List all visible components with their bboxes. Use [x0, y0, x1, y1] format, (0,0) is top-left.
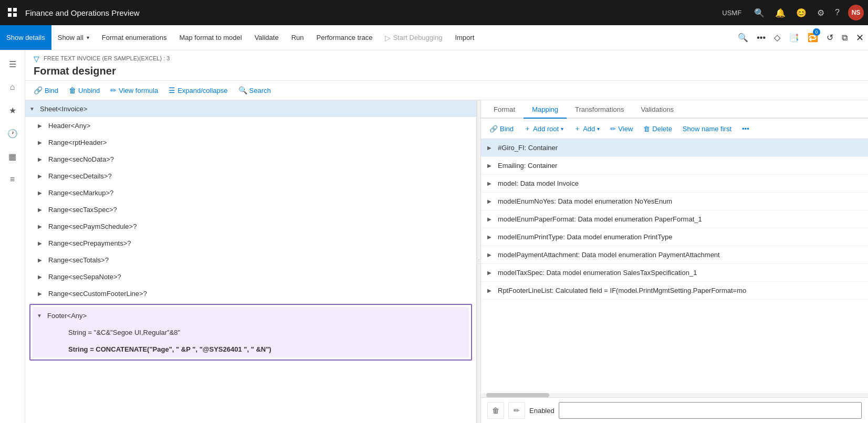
mapping-bind-label: Bind: [500, 125, 514, 133]
enabled-input[interactable]: [559, 402, 862, 419]
search-button[interactable]: 🔍 Search: [234, 84, 275, 97]
diamond-icon[interactable]: ◇: [770, 25, 785, 50]
tree-item-rptHeader[interactable]: ▶ Range<rptHeader>: [25, 134, 476, 151]
mapping-item-modelTaxSpec[interactable]: ▶ modelTaxSpec: Data model enumeration S…: [481, 264, 868, 282]
run-button[interactable]: Run: [285, 25, 310, 50]
help-icon[interactable]: ?: [833, 6, 842, 19]
view-button[interactable]: ✏ View: [606, 123, 637, 135]
view-formula-button[interactable]: ✏ View formula: [106, 84, 162, 97]
nav-icons: USMF 🔍 🔔 😊 ⚙ ? NS: [722, 5, 864, 20]
modelPaymentAttachment-label: modelPaymentAttachment: Data model enume…: [496, 251, 720, 259]
delete-button[interactable]: 🗑 Delete: [639, 123, 676, 135]
start-debugging-label: Start Debugging: [393, 34, 442, 41]
bottom-delete-button[interactable]: 🗑: [487, 402, 504, 419]
notification-icon[interactable]: 0 🔁: [803, 25, 822, 50]
sidebar-star-icon[interactable]: ★: [3, 101, 22, 120]
mapping-item-model[interactable]: ▶ model: Data model Invoice: [481, 175, 868, 193]
mapping-item-modelEnumPaperFormat[interactable]: ▶ modelEnumPaperFormat: Data model enume…: [481, 210, 868, 228]
mapping-bind-button[interactable]: 🔗 Bind: [485, 123, 518, 135]
expand-icon: ☰: [169, 86, 175, 94]
start-debugging-button[interactable]: ▷ Start Debugging: [379, 25, 448, 50]
format-enumerations-button[interactable]: Format enumerations: [96, 25, 173, 50]
tree-item-secTotals[interactable]: ▶ Range<secTotals>?: [25, 251, 476, 268]
tab-format[interactable]: Format: [485, 100, 524, 119]
bell-icon[interactable]: 🔔: [773, 6, 788, 20]
sidebar-list-icon[interactable]: ≡: [3, 170, 22, 189]
import-button[interactable]: Import: [448, 25, 480, 50]
tree-item-secTaxSpec[interactable]: ▶ Range<secTaxSpec>?: [25, 201, 476, 218]
bottom-edit-button[interactable]: ✏: [508, 402, 525, 419]
mapping-item-emailing[interactable]: ▶ Emailing: Container: [481, 157, 868, 175]
mapping-item-modelPaymentAttachment[interactable]: ▶ modelPaymentAttachment: Data model enu…: [481, 246, 868, 264]
secPrepayments-expand-icon: ▶: [38, 240, 46, 246]
mapping-more-icon[interactable]: •••: [738, 123, 754, 135]
filter-icon[interactable]: ▽: [34, 55, 39, 63]
tree-item-secNoData[interactable]: ▶ Range<secNoData>?: [25, 151, 476, 167]
tab-mapping[interactable]: Mapping: [524, 100, 567, 119]
add-button[interactable]: ＋ Add ▾: [570, 122, 604, 135]
tree-item-footer[interactable]: ▼ Footer<Any>: [33, 307, 469, 324]
formula-icon: ✏: [110, 86, 117, 94]
mapping-item-rptFooterLineList[interactable]: ▶ RptFooterLineList: Calculated field = …: [481, 282, 868, 300]
tree-item-string2[interactable]: String = CONCATENATE("Page", " &P ", "@S…: [33, 341, 469, 357]
performance-trace-button[interactable]: Performance trace: [310, 25, 379, 50]
tree-item-secCustomFooterLine[interactable]: ▶ Range<secCustomFooterLine>?: [25, 285, 476, 302]
footer-label: Footer<Any>: [45, 312, 87, 320]
tree-item-secSepaNote[interactable]: ▶ Range<secSepaNote>?: [25, 268, 476, 285]
add-root-label: Add root: [533, 125, 559, 133]
mapping-item-modelEnumPrintType[interactable]: ▶ modelEnumPrintType: Data model enumera…: [481, 228, 868, 246]
tree-item-secPaymSchedule[interactable]: ▶ Range<secPaymSchedule>?: [25, 218, 476, 235]
more-options-icon[interactable]: •••: [752, 25, 770, 50]
sidebar-clock-icon[interactable]: 🕐: [3, 124, 22, 143]
left-sidebar: ☰ ⌂ ★ 🕐 ▦ ≡: [0, 50, 25, 423]
modelEnumPrintType-expand-icon: ▶: [487, 234, 496, 240]
gear-icon[interactable]: ⚙: [815, 6, 827, 20]
rptFooterLineList-label: RptFooterLineList: Calculated field = IF…: [496, 287, 746, 294]
refresh-icon[interactable]: ↺: [822, 25, 838, 50]
validate-button[interactable]: Validate: [248, 25, 285, 50]
smiley-icon[interactable]: 😊: [794, 6, 809, 20]
app-grid-icon[interactable]: [4, 8, 21, 17]
map-format-to-model-button[interactable]: Map format to model: [173, 25, 248, 50]
sidebar-home-icon[interactable]: ⌂: [3, 78, 22, 97]
giro-label: #Giro_FI: Container: [496, 144, 558, 152]
sidebar-menu-icon[interactable]: ☰: [3, 55, 22, 73]
popout-icon[interactable]: ⧉: [838, 25, 852, 50]
show-name-first-button[interactable]: Show name first: [678, 123, 736, 135]
pane-splitter[interactable]: ⋮: [477, 100, 481, 423]
tree-item-string1[interactable]: String = "&C&"Segoe UI,Regular"&8": [33, 324, 469, 341]
bottom-panel-row: 🗑 ✏ Enabled: [487, 402, 862, 419]
search-cmd-icon[interactable]: 🔍: [734, 25, 752, 50]
sidebar-calendar-icon[interactable]: ▦: [3, 147, 22, 166]
content-area: ▽ FREE TEXT INVOICE (ER SAMPLE)(EXCEL) :…: [25, 50, 868, 423]
close-icon[interactable]: ✕: [852, 25, 868, 50]
tree-item-sheet[interactable]: ▼ Sheet<Invoice>: [25, 100, 476, 117]
show-details-button[interactable]: Show details: [0, 25, 51, 50]
tree-item-secMarkup[interactable]: ▶ Range<secMarkup>?: [25, 184, 476, 201]
show-all-button[interactable]: Show all ▾: [51, 25, 96, 50]
add-root-button[interactable]: ＋ Add root ▾: [520, 122, 568, 135]
notification-badge: 0: [813, 28, 820, 36]
tree-item-secDetails[interactable]: ▶ Range<secDetails>?: [25, 167, 476, 184]
mapping-item-giro[interactable]: ▶ #Giro_FI: Container: [481, 139, 868, 157]
tab-transformations[interactable]: Transformations: [567, 100, 632, 119]
rptHeader-label: Range<rptHeader>: [46, 139, 107, 146]
footer-box: ▼ Footer<Any> String = "&C&"Segoe UI,Reg…: [29, 304, 472, 361]
expand-collapse-button[interactable]: ☰ Expand/collapse: [164, 84, 232, 97]
user-avatar[interactable]: NS: [848, 5, 864, 20]
secTotals-expand-icon: ▶: [38, 257, 46, 263]
bookmark-icon[interactable]: 📑: [785, 25, 803, 50]
search-nav-icon[interactable]: 🔍: [752, 6, 767, 20]
mapping-h-scrollbar-thumb[interactable]: [486, 393, 549, 397]
mapping-tabs: Format Mapping Transformations Validatio…: [481, 100, 868, 119]
tree-item-secPrepayments[interactable]: ▶ Range<secPrepayments>?: [25, 235, 476, 251]
tree-item-header[interactable]: ▶ Header<Any>: [25, 117, 476, 134]
tab-validations[interactable]: Validations: [632, 100, 682, 119]
secTaxSpec-label: Range<secTaxSpec>?: [46, 206, 117, 214]
model-expand-icon: ▶: [487, 181, 496, 186]
unbind-button[interactable]: 🗑 Unbind: [65, 84, 104, 97]
mapping-h-scrollbar[interactable]: [481, 393, 868, 397]
bind-button[interactable]: 🔗 Bind: [29, 84, 62, 97]
secNoData-expand-icon: ▶: [38, 156, 46, 162]
mapping-item-modelEnumNoYes[interactable]: ▶ modelEnumNoYes: Data model enumeration…: [481, 193, 868, 210]
